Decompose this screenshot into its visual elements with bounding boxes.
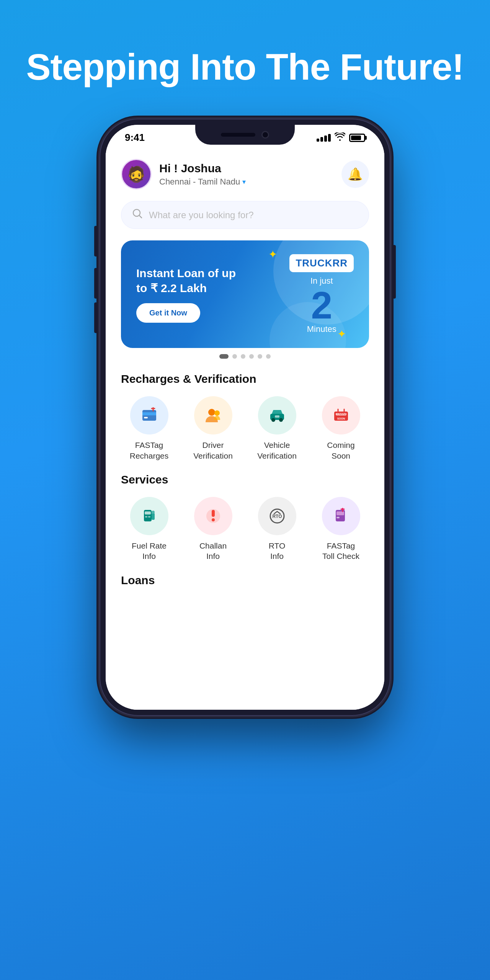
rto-info-item[interactable]: RTO RTOInfo: [249, 497, 305, 562]
vehicle-verification-label: VehicleVerification: [257, 440, 297, 461]
fastag-toll-icon: [322, 497, 360, 535]
search-placeholder: What are you looking for?: [149, 210, 253, 220]
banner-brand: TRUCKRR: [289, 254, 354, 272]
dot-3[interactable]: [241, 354, 245, 359]
svg-rect-20: [152, 513, 155, 520]
notification-button[interactable]: 🔔: [341, 160, 369, 188]
challan-info-label: ChallanInfo: [199, 541, 227, 562]
driver-verification-item[interactable]: DriverVerification: [185, 396, 241, 461]
svg-rect-19: [145, 511, 151, 514]
banner-dots: [121, 354, 369, 359]
svg-text:COMING: COMING: [335, 412, 347, 416]
banner-container: ✦ ✦ Instant Loan of up to ₹ 2.2 Lakh Get…: [106, 237, 384, 366]
speaker: [221, 133, 255, 137]
svg-point-6: [208, 409, 215, 416]
phone-wrapper: 9:41: [100, 119, 390, 716]
svg-point-10: [279, 418, 283, 422]
search-icon: [132, 208, 143, 222]
hero-title: Stepping Into The Future!: [26, 46, 464, 88]
dot-5[interactable]: [258, 354, 262, 359]
svg-rect-23: [148, 516, 150, 518]
svg-rect-30: [336, 511, 344, 515]
wifi-icon: [335, 132, 345, 143]
recharges-section: Recharges & Verification: [106, 366, 384, 467]
fuel-rate-item[interactable]: Fuel RateInfo: [121, 497, 177, 562]
promo-banner[interactable]: ✦ ✦ Instant Loan of up to ₹ 2.2 Lakh Get…: [121, 240, 369, 348]
chevron-down-icon: ▾: [242, 178, 246, 186]
notch: [195, 125, 295, 145]
fastag-toll-label: FASTagToll Check: [322, 541, 359, 562]
search-bar[interactable]: What are you looking for?: [121, 201, 369, 229]
loans-title: Loans: [121, 574, 369, 587]
user-info: 🧔 Hi ! Joshua Chennai - Tamil Nadu ▾: [121, 159, 246, 189]
dot-4[interactable]: [249, 354, 254, 359]
svg-text:SOON: SOON: [337, 417, 345, 420]
recharges-title: Recharges & Verification: [121, 372, 369, 385]
coming-soon-label: ComingSoon: [327, 440, 354, 461]
banner-title: Instant Loan of up to ₹ 2.2 Lakh: [136, 266, 243, 296]
vehicle-verification-item[interactable]: VehicleVerification: [249, 396, 305, 461]
svg-rect-26: [212, 518, 215, 521]
banner-right: TRUCKRR In just 2 Minutes: [289, 254, 354, 334]
svg-rect-11: [275, 415, 279, 418]
rto-info-icon: RTO: [258, 497, 296, 535]
coming-soon-icon: COMING SOON: [322, 396, 360, 434]
search-container: What are you looking for?: [106, 197, 384, 237]
sparkle-icon-1: ✦: [268, 248, 277, 261]
svg-rect-22: [145, 516, 147, 518]
banner-number: 2: [289, 286, 354, 324]
svg-point-21: [152, 511, 155, 514]
svg-point-9: [271, 418, 275, 422]
driver-verification-icon: [194, 396, 232, 434]
fuel-rate-icon: [130, 497, 168, 535]
svg-rect-2: [142, 412, 156, 415]
status-time: 9:41: [125, 132, 145, 144]
svg-rect-25: [212, 510, 215, 517]
svg-rect-3: [144, 417, 148, 418]
banner-unit: Minutes: [289, 324, 354, 334]
challan-info-item[interactable]: ChallanInfo: [185, 497, 241, 562]
app-content[interactable]: 🧔 Hi ! Joshua Chennai - Tamil Nadu ▾ 🔔: [106, 147, 384, 710]
services-grid: Fuel RateInfo ChallanInfo: [121, 497, 369, 562]
fastag-recharges-item[interactable]: FASTagRecharges: [121, 396, 177, 461]
battery-icon: [349, 134, 365, 142]
fastag-recharges-icon: [130, 396, 168, 434]
dot-2[interactable]: [232, 354, 237, 359]
status-icons: [317, 132, 365, 143]
driver-verification-label: DriverVerification: [193, 440, 233, 461]
app-header: 🧔 Hi ! Joshua Chennai - Tamil Nadu ▾ 🔔: [106, 147, 384, 197]
user-details: Hi ! Joshua Chennai - Tamil Nadu ▾: [159, 162, 246, 187]
user-greeting: Hi ! Joshua: [159, 162, 246, 175]
location-text: Chennai - Tamil Nadu: [159, 177, 240, 187]
phone-screen: 9:41: [106, 125, 384, 710]
phone-frame: 9:41: [100, 119, 390, 716]
services-title: Services: [121, 473, 369, 486]
camera: [261, 131, 269, 139]
challan-info-icon: [194, 497, 232, 535]
banner-left: Instant Loan of up to ₹ 2.2 Lakh Get it …: [136, 266, 243, 323]
svg-rect-31: [336, 517, 340, 518]
dot-1[interactable]: [219, 354, 229, 359]
hero-section: Stepping Into The Future!: [26, 0, 464, 119]
avatar: 🧔: [121, 159, 152, 189]
banner-cta-button[interactable]: Get it Now: [136, 303, 200, 323]
svg-text:RTO: RTO: [272, 514, 282, 519]
coming-soon-item[interactable]: COMING SOON ComingSoon: [313, 396, 369, 461]
signal-icon: [317, 134, 331, 142]
fastag-recharges-label: FASTagRecharges: [130, 440, 169, 461]
fuel-rate-label: Fuel RateInfo: [132, 541, 167, 562]
dot-6[interactable]: [266, 354, 271, 359]
rto-info-label: RTOInfo: [269, 541, 286, 562]
fastag-toll-item[interactable]: FASTagToll Check: [313, 497, 369, 562]
recharges-grid: FASTagRecharges Dri: [121, 396, 369, 461]
svg-point-7: [214, 410, 220, 416]
loans-section: Loans: [106, 568, 384, 604]
vehicle-verification-icon: [258, 396, 296, 434]
services-section: Services: [106, 467, 384, 568]
user-location[interactable]: Chennai - Tamil Nadu ▾: [159, 177, 246, 187]
